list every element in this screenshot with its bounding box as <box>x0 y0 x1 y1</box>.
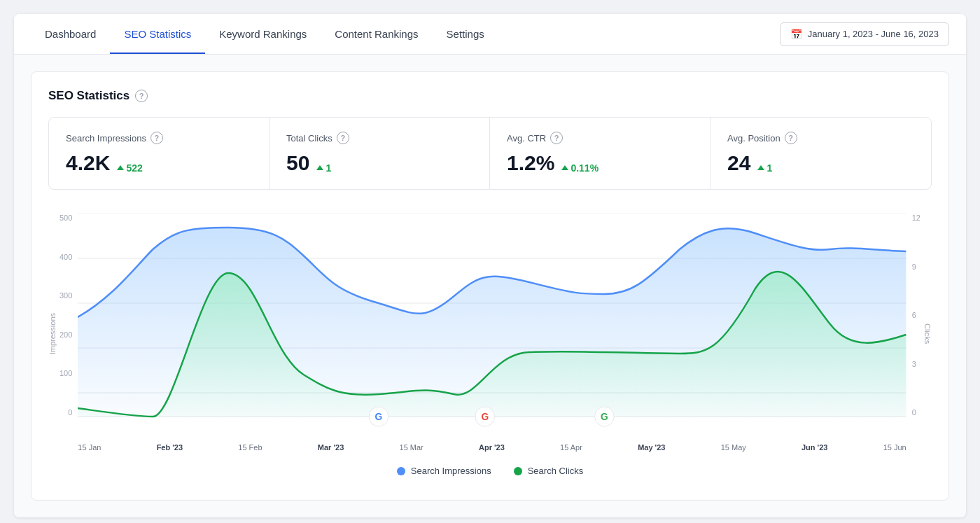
nav-tabs: Dashboard SEO Statistics Keyword Ranking… <box>31 14 780 54</box>
ctr-change: 0.11% <box>561 162 598 174</box>
x-label-15jun: 15 Jun <box>883 443 906 452</box>
x-label-jun23: Jun '23 <box>802 443 827 452</box>
x-label-may23: May '23 <box>638 443 665 452</box>
clicks-help-icon[interactable]: ? <box>337 132 349 144</box>
legend-impressions-label: Search Impressions <box>411 466 491 476</box>
app-container: Dashboard SEO Statistics Keyword Ranking… <box>14 14 966 517</box>
legend-clicks-dot <box>514 467 522 475</box>
clicks-up-arrow <box>316 165 323 170</box>
clicks-change: 1 <box>316 162 331 174</box>
x-label-15mar: 15 Mar <box>400 443 424 452</box>
stat-avg-ctr: Avg. CTR ? 1.2% 0.11% <box>490 118 710 189</box>
position-up-arrow <box>757 165 764 170</box>
x-label-15feb: 15 Feb <box>238 443 262 452</box>
x-label-15apr: 15 Apr <box>560 443 582 452</box>
stat-position-label: Avg. Position ? <box>727 132 914 144</box>
chart-svg-container: G G G 15 Jan Feb '23 15 Feb <box>78 214 906 454</box>
position-value: 24 <box>727 151 750 175</box>
x-axis: 15 Jan Feb '23 15 Feb Mar '23 15 Mar Apr… <box>78 440 906 454</box>
main-content: SEO Statistics ? Search Impressions ? 4.… <box>14 55 966 517</box>
tab-keyword-rankings[interactable]: Keyword Rankings <box>205 14 321 54</box>
legend-clicks-label: Search Clicks <box>528 466 583 476</box>
date-range-button[interactable]: 📅 January 1, 2023 - June 16, 2023 <box>780 22 949 46</box>
y-axis-left: 500 400 300 200 100 0 <box>59 214 78 438</box>
position-change: 1 <box>757 162 772 174</box>
date-range-label: January 1, 2023 - June 16, 2023 <box>808 29 939 39</box>
top-nav: Dashboard SEO Statistics Keyword Ranking… <box>14 14 966 55</box>
chart-container: Impressions 500 400 300 200 100 0 <box>48 207 932 483</box>
stat-total-clicks: Total Clicks ? 50 1 <box>270 118 490 189</box>
y-axis-left-title: Impressions <box>48 313 57 354</box>
tab-dashboard[interactable]: Dashboard <box>31 14 110 54</box>
impressions-help-icon[interactable]: ? <box>150 132 163 144</box>
tab-settings[interactable]: Settings <box>433 14 498 54</box>
stat-clicks-label: Total Clicks ? <box>286 132 472 144</box>
calendar-icon: 📅 <box>790 29 802 40</box>
stats-row: Search Impressions ? 4.2K 522 Total Clic… <box>48 117 932 190</box>
legend-clicks: Search Clicks <box>514 466 583 476</box>
x-label-15may: 15 May <box>721 443 746 452</box>
card-header: SEO Statistics ? <box>48 89 932 103</box>
x-label-apr23: Apr '23 <box>479 443 505 452</box>
tab-content-rankings[interactable]: Content Rankings <box>321 14 432 54</box>
chart-svg: G G G <box>78 214 906 438</box>
y-axis-right: 12 9 6 3 0 <box>906 214 920 438</box>
svg-text:G: G <box>482 411 489 422</box>
seo-statistics-card: SEO Statistics ? Search Impressions ? 4.… <box>31 71 949 501</box>
impressions-up-arrow <box>117 165 124 170</box>
position-help-icon[interactable]: ? <box>785 132 797 144</box>
help-icon[interactable]: ? <box>135 90 148 102</box>
ctr-up-arrow <box>561 165 568 170</box>
svg-text:G: G <box>375 411 383 422</box>
legend-impressions: Search Impressions <box>397 466 491 476</box>
stat-impressions-label: Search Impressions ? <box>66 132 252 144</box>
impressions-change: 522 <box>117 162 142 174</box>
y-axis-right-title: Clicks <box>923 323 932 344</box>
page-title: SEO Statistics <box>48 89 130 103</box>
chart-legend: Search Impressions Search Clicks <box>48 466 932 476</box>
ctr-value: 1.2% <box>507 151 554 175</box>
svg-text:G: G <box>601 411 608 422</box>
ctr-help-icon[interactable]: ? <box>550 132 563 144</box>
x-label-feb23: Feb '23 <box>157 443 183 452</box>
tab-seo-statistics[interactable]: SEO Statistics <box>110 14 205 54</box>
x-label-15jan: 15 Jan <box>78 443 101 452</box>
stat-avg-position: Avg. Position ? 24 1 <box>710 118 931 189</box>
legend-impressions-dot <box>397 467 405 475</box>
stat-search-impressions: Search Impressions ? 4.2K 522 <box>49 118 270 189</box>
x-label-mar23: Mar '23 <box>318 443 344 452</box>
stat-ctr-label: Avg. CTR ? <box>507 132 693 144</box>
impressions-value: 4.2K <box>66 151 110 175</box>
clicks-value: 50 <box>286 151 309 175</box>
